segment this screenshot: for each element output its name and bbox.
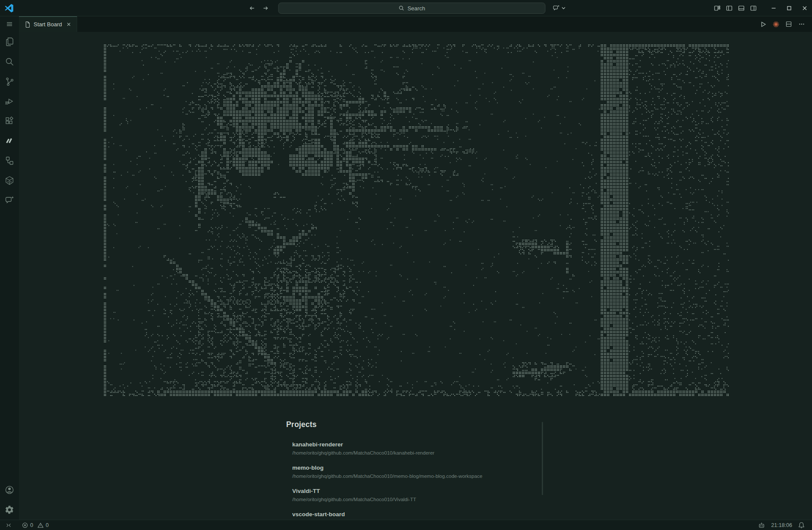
- sidebar-item-search[interactable]: [0, 52, 19, 72]
- clock-time: 21:18:06: [771, 522, 792, 528]
- sidebar-item-explorer[interactable]: [0, 32, 19, 52]
- error-count: 0: [30, 522, 33, 528]
- sidebar-item-start-board[interactable]: [0, 131, 19, 151]
- maximize-icon: [786, 5, 792, 11]
- more-actions-button[interactable]: [796, 19, 807, 29]
- chat-sparkle-icon: [4, 195, 15, 206]
- menu-button[interactable]: [0, 16, 19, 32]
- source-control-icon: [4, 76, 15, 87]
- project-path: /home/orito/ghq/github.com/MatchaChoco01…: [292, 449, 543, 457]
- close-button[interactable]: [797, 0, 812, 16]
- projects-list: kanahebi-renderer /home/orito/ghq/github…: [286, 441, 543, 518]
- layout-sidebar-left-icon: [726, 5, 733, 12]
- clock-item[interactable]: 21:18:06: [768, 520, 795, 530]
- project-name: vscode-start-board: [292, 511, 543, 518]
- back-button[interactable]: [247, 3, 258, 14]
- sidebar-item-chat[interactable]: [0, 190, 19, 210]
- project-item[interactable]: kanahebi-renderer /home/orito/ghq/github…: [292, 441, 543, 457]
- project-path: /home/orito/ghq/github.com/MatchaChoco01…: [292, 473, 543, 480]
- ellipsis-icon: [798, 21, 805, 28]
- forward-button[interactable]: [260, 3, 272, 14]
- project-name: memo-blog: [292, 464, 543, 472]
- project-path: /home/orito/ghq/github.com/MatchaChoco01…: [292, 496, 543, 503]
- editor-content: Projects kanahebi-renderer /home/orito/g…: [19, 32, 812, 520]
- customize-layout-button[interactable]: [711, 0, 723, 16]
- copilot-menu-button[interactable]: [553, 4, 566, 12]
- sidebar-item-container[interactable]: [0, 171, 19, 190]
- tab-start-board[interactable]: Start Board: [19, 16, 77, 32]
- close-icon: [66, 22, 72, 27]
- remote-button[interactable]: [3, 520, 15, 530]
- tab-bar: Start Board: [19, 16, 812, 32]
- files-icon: [4, 37, 15, 47]
- search-icon: [4, 56, 15, 67]
- starburst-icon: [772, 20, 780, 28]
- bell-icon: [798, 522, 805, 528]
- starboard-action-button[interactable]: [771, 19, 781, 29]
- projects-heading: Projects: [286, 420, 543, 429]
- gear-icon: [5, 505, 14, 514]
- projects-section: Projects kanahebi-renderer /home/orito/g…: [286, 420, 543, 520]
- split-editor-icon: [785, 21, 792, 28]
- split-editor-button[interactable]: [784, 19, 794, 29]
- close-icon: [802, 5, 808, 11]
- play-icon: [759, 21, 767, 28]
- vscode-logo-icon: [4, 3, 14, 13]
- arrow-right-icon: [262, 5, 269, 12]
- project-name: kanahebi-renderer: [292, 441, 543, 449]
- title-bar: Search: [0, 0, 812, 16]
- remote-icon: [6, 522, 12, 528]
- robot-icon: [758, 522, 765, 529]
- run-debug-icon: [4, 96, 15, 106]
- arrow-left-icon: [249, 5, 256, 12]
- minimize-icon: [771, 5, 777, 11]
- notifications-button[interactable]: [795, 520, 808, 530]
- project-item[interactable]: memo-blog /home/orito/ghq/github.com/Mat…: [292, 464, 543, 480]
- sidebar-item-extensions[interactable]: [0, 111, 19, 131]
- search-input[interactable]: Search: [278, 3, 546, 14]
- extensions-icon: [4, 116, 15, 126]
- toggle-panel-button[interactable]: [735, 0, 747, 16]
- warning-triangle-icon: [37, 522, 44, 528]
- activity-bar: [0, 16, 19, 520]
- project-name: Vivaldi-TT: [292, 487, 543, 495]
- minimize-button[interactable]: [766, 0, 781, 16]
- command-center: Search: [247, 0, 566, 16]
- copilot-chat-icon: [553, 4, 560, 12]
- menu-icon: [6, 20, 13, 28]
- toggle-sidebar-right-button[interactable]: [747, 0, 759, 16]
- settings-button[interactable]: [0, 500, 19, 520]
- status-bar: 0 0 21:18:06: [0, 520, 812, 530]
- sidebar-item-source-control[interactable]: [0, 72, 19, 91]
- warning-count: 0: [46, 522, 49, 528]
- search-icon: [398, 5, 404, 11]
- toggle-sidebar-left-button[interactable]: [723, 0, 735, 16]
- file-icon: [24, 21, 31, 28]
- account-icon: [4, 485, 15, 495]
- title-bar-actions: [711, 0, 812, 16]
- ascii-art: [103, 44, 729, 396]
- vscode-window: { "titlebar": { "search_placeholder": "S…: [0, 0, 812, 530]
- customize-layout-icon: [714, 5, 721, 12]
- sidebar-item-run-debug[interactable]: [0, 91, 19, 111]
- tab-close-button[interactable]: [65, 21, 72, 28]
- sidebar-item-references[interactable]: [0, 151, 19, 171]
- account-button[interactable]: [0, 480, 19, 500]
- problems-button[interactable]: 0 0: [19, 520, 52, 530]
- project-item[interactable]: Vivaldi-TT /home/orito/ghq/github.com/Ma…: [292, 487, 543, 503]
- maximize-button[interactable]: [782, 0, 796, 16]
- projects-scrollbar[interactable]: [542, 422, 543, 495]
- error-circle-icon: [22, 522, 28, 528]
- layout-panel-icon: [738, 5, 745, 12]
- search-placeholder: Search: [407, 5, 425, 12]
- start-board-icon: [4, 136, 15, 146]
- tab-label: Start Board: [34, 21, 62, 28]
- project-item[interactable]: vscode-start-board: [292, 511, 543, 518]
- window-controls: [765, 0, 812, 16]
- editor-actions: [758, 16, 812, 32]
- references-icon: [4, 156, 15, 166]
- run-file-button[interactable]: [758, 19, 768, 29]
- chevron-down-icon: [562, 6, 566, 10]
- copilot-status-button[interactable]: [755, 520, 768, 530]
- container-icon: [4, 175, 15, 186]
